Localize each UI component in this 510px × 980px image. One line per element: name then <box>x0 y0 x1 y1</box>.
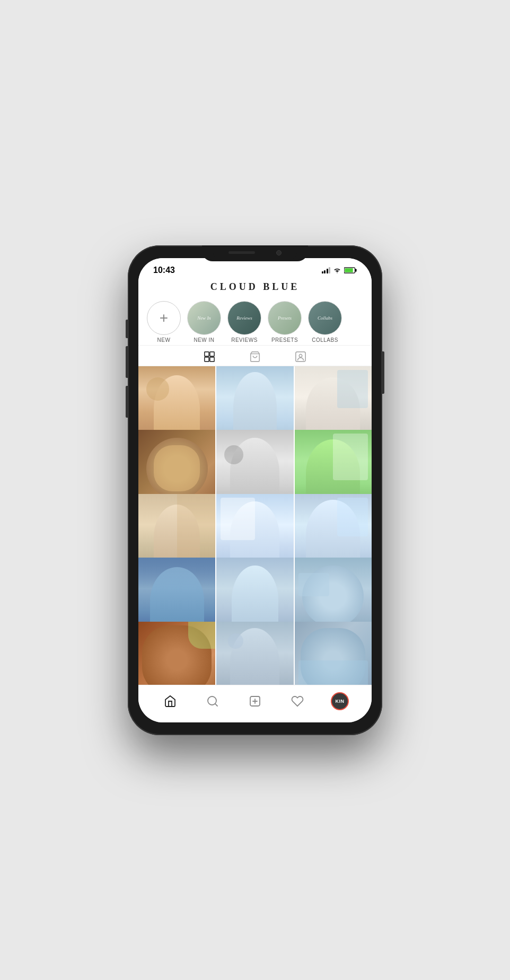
story-item-new[interactable]: + New <box>147 301 181 343</box>
side-button-mute <box>126 320 128 338</box>
grid-cell-15[interactable] <box>295 622 372 685</box>
story-text-reviews: Reviews <box>235 314 253 322</box>
app-header: CLOUD BLUE <box>138 278 372 297</box>
profile-avatar[interactable]: KIN <box>331 692 349 710</box>
nav-search[interactable] <box>202 691 223 712</box>
story-item-collabs[interactable]: Collabs COLLABS <box>308 301 342 343</box>
story-text-new-in: New In <box>196 314 212 322</box>
story-circle-reviews[interactable]: Reviews <box>227 301 261 335</box>
status-bar: 10:43 <box>138 258 372 278</box>
svg-rect-1 <box>355 269 357 271</box>
nav-likes[interactable] <box>287 691 308 712</box>
stories-row[interactable]: + New New In NEW IN Reviews REVIEWS <box>138 297 372 345</box>
nav-profile[interactable]: KIN <box>329 691 350 712</box>
story-label-presets: PRESETS <box>271 337 298 343</box>
story-text-presets: Presets <box>277 314 293 322</box>
grid-cell-14[interactable] <box>216 622 293 685</box>
plus-icon: + <box>160 311 168 325</box>
tab-shop[interactable] <box>248 350 262 364</box>
nav-home[interactable] <box>160 691 181 712</box>
notch-camera <box>276 250 282 255</box>
svg-point-9 <box>299 354 302 357</box>
notch-speaker <box>228 251 255 254</box>
status-time: 10:43 <box>153 266 175 275</box>
story-label-new-in: NEW IN <box>194 337 214 343</box>
story-circle-new-in[interactable]: New In <box>187 301 221 335</box>
story-text-collabs: Collabs <box>316 314 333 322</box>
story-circle-new[interactable]: + <box>147 301 181 335</box>
profile-avatar-text: KIN <box>336 699 345 704</box>
wifi-icon <box>333 267 341 273</box>
nav-create[interactable] <box>244 691 266 712</box>
story-circle-presets[interactable]: Presets <box>268 301 302 335</box>
app-title: CLOUD BLUE <box>210 281 300 292</box>
notch <box>213 245 297 260</box>
svg-rect-3 <box>205 351 209 356</box>
story-label-new: New <box>157 337 171 343</box>
story-item-presets[interactable]: Presets PRESETS <box>268 301 302 343</box>
svg-rect-2 <box>345 268 353 272</box>
svg-rect-5 <box>205 357 209 361</box>
svg-rect-6 <box>210 357 214 361</box>
signal-icon <box>322 267 331 273</box>
side-button-vol-up <box>126 346 128 378</box>
photo-grid[interactable] <box>138 366 372 685</box>
side-button-vol-down <box>126 386 128 418</box>
story-label-reviews: REVIEWS <box>231 337 258 343</box>
svg-rect-8 <box>296 351 305 361</box>
battery-icon <box>344 267 357 273</box>
phone-frame: 10:43 <box>128 245 382 735</box>
story-circle-collabs[interactable]: Collabs <box>308 301 342 335</box>
phone-screen: 10:43 <box>138 258 372 722</box>
story-label-collabs: COLLABS <box>312 337 338 343</box>
status-icons <box>322 267 357 273</box>
content-tab-bar[interactable] <box>138 345 372 366</box>
svg-line-11 <box>215 703 217 705</box>
tab-grid[interactable] <box>203 350 216 364</box>
grid-cell-13[interactable] <box>138 622 215 685</box>
bottom-nav[interactable]: KIN <box>138 685 372 722</box>
story-item-reviews[interactable]: Reviews REVIEWS <box>227 301 261 343</box>
story-item-new-in[interactable]: New In NEW IN <box>187 301 221 343</box>
side-button-power <box>382 351 384 394</box>
svg-rect-4 <box>210 351 214 356</box>
tab-tagged[interactable] <box>294 350 307 364</box>
